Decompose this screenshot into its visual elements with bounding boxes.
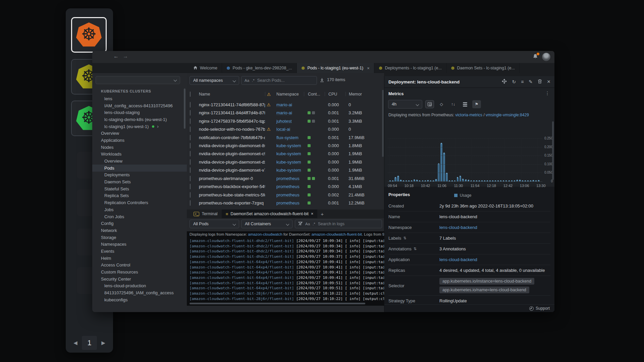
namespace-link[interactable]: juhotest [276,119,292,124]
property-value[interactable]: lens-cloud-backend [439,225,477,230]
row-checkbox[interactable] [187,192,197,197]
namespace-link[interactable]: prometheus [276,184,300,189]
row-checkbox[interactable] [187,176,197,181]
table-row[interactable]: nvidia-device-plugin-daemonset-v7sc6kube… [187,166,383,174]
namespace-link[interactable]: kube-system [276,168,301,173]
regex-icon[interactable]: .* [252,78,255,82]
sidebar-item-custom-resources[interactable]: Custom Resources [92,268,187,276]
log-search-input[interactable]: Aa .* Search in logs [295,220,382,228]
tab-daemon-sets-lc-staging1-e-[interactable]: ☸Daemon Sets - lc-staging1 (e... [446,63,520,73]
sidebar-item-iam-config-access-841310725496[interactable]: IAM_config_access-841310725496 [92,102,187,109]
tab-pods-gke-lens-dev-298208-[interactable]: ☸Pods - gke_lens-dev-298208_... [222,63,297,73]
sidebar-item-helm[interactable]: Helm [92,255,187,262]
sidebar-item-pods[interactable]: Pods [92,165,187,172]
sidebar-item-lc-staging1-eu-west-1-[interactable]: lc-staging1 (eu-west-1)› [92,123,187,130]
support-link[interactable]: Support [536,306,550,311]
sidebar-item-lens[interactable]: lens [92,95,187,102]
sidebar-item-replica-sets[interactable]: Replica Sets [92,192,187,199]
column-header-name[interactable]: Name [197,92,265,97]
namespace-filter-select[interactable]: All namespaces [190,76,239,85]
nav-forward-button[interactable]: → [122,53,129,59]
logs-menu-icon[interactable]: ≡ [521,79,524,84]
page-prev-button[interactable]: ◀ [69,340,82,346]
close-icon[interactable]: × [547,78,550,85]
namespace-link[interactable]: kube-system [276,151,301,156]
row-checkbox[interactable] [187,119,197,124]
table-row[interactable]: nvidia-device-plugin-daemonset-dxsxgkube… [187,158,383,166]
sort-icon[interactable]: ⇅ [403,236,406,240]
metrics-source-link1[interactable]: victoria-metrics [455,113,482,117]
sidebar-item-security-center[interactable]: Security Center [92,276,187,283]
row-checkbox[interactable] [187,168,197,173]
sidebar-item-nodes[interactable]: Nodes [92,144,187,151]
refresh-icon[interactable]: ↻ [512,79,516,84]
row-checkbox[interactable] [187,143,197,148]
match-case-icon[interactable]: Aa [245,78,249,82]
namespace-link[interactable]: local-ai [276,127,290,132]
sidebar-item-config[interactable]: Config [92,220,187,227]
tag-icon[interactable]: ◇ [437,100,446,108]
namespace-link[interactable]: mario-ai [276,110,292,115]
namespace-link[interactable]: kube-system [276,160,301,165]
sidebar-item-network[interactable]: Network [92,227,187,234]
nav-back-button[interactable]: ← [112,53,120,59]
sidebar-item-lens-cloud-production[interactable]: lens-cloud-production [92,283,187,290]
metrics-range-select[interactable]: 4h [388,100,422,109]
tab-pods-lc-staging1-eu-west-1-[interactable]: ☸Pods - lc-staging1 (eu-west-1)× [297,63,374,73]
log-container-filter-select[interactable]: All Containers [241,220,292,228]
row-checkbox[interactable] [187,110,197,115]
log-horizontal-scrollbar[interactable] [190,303,365,304]
column-header-memory[interactable]: Memor [345,92,383,96]
dock-tab-terminal[interactable]: >_Terminal [190,209,222,218]
dock-tab-daemonset-amazon-cloudwatch-fl[interactable]: ≡DaemonSet amazon-cloudwatch-fluent-bit× [222,209,318,218]
namespace-link[interactable]: prometheus [276,176,300,181]
sidebar-item-lens-cloud-staging[interactable]: lens-cloud-staging [92,109,187,116]
drawer-scrollbar[interactable] [552,121,554,180]
table-row[interactable]: nvidia-device-plugin-daemonset-c969tkube… [187,150,383,158]
sidebar-scrollbar[interactable] [184,88,185,129]
sidebar-item-storage[interactable]: Storage [92,234,187,241]
namespace-link[interactable]: prometheus [276,200,300,205]
notifications-bell-icon[interactable] [532,53,540,61]
sidebar-item-cron-jobs[interactable]: Cron Jobs [92,213,187,220]
log-pod-filter-select[interactable]: All Pods [190,220,239,228]
page-next-button[interactable]: ▶ [97,340,110,346]
table-row[interactable]: prometheus-node-exporter-7zgxqprometheus… [187,199,383,207]
download-icon[interactable] [320,78,324,84]
sort-updown-icon[interactable]: ↑↓ [449,100,458,108]
log-namespace-link[interactable]: amazon-cloudwatch [248,232,282,236]
sidebar-item-841310725496-iam-config-access[interactable]: 841310725496_IAM_config_access [92,289,187,296]
table-row[interactable]: prometheus-kube-state-metrics-5fd974prom… [187,191,383,199]
row-checkbox[interactable] [187,102,197,107]
tab-welcome[interactable]: Welcome [189,63,222,73]
metrics-source-link2[interactable]: vmsingle-vmsingle:8429 [486,113,529,117]
namespace-link[interactable]: prometheus [276,192,300,197]
table-row[interactable]: nginx-1721304411-74df86f588-87p55⚠mario-… [187,101,383,109]
column-header-warnings[interactable]: ⚠ [265,92,272,96]
property-value[interactable]: lens-cloud-backend [439,257,477,262]
table-row[interactable]: node-selector-with-no-nodes-767b9d68⚠loc… [187,125,383,133]
match-case-icon[interactable]: Aa [305,222,310,226]
row-checkbox[interactable] [187,135,197,140]
sidebar-top-dropdown[interactable] [96,76,180,84]
column-header-containers[interactable]: Cont... [304,92,325,96]
namespace-link[interactable]: flux-system [276,135,299,140]
row-checkbox[interactable] [187,151,197,156]
namespace-link[interactable]: kube-system [276,143,301,148]
sidebar-item-stateful-sets[interactable]: Stateful Sets [92,185,187,192]
tab-deployments-lc-staging1-e-[interactable]: ☸Deployments - lc-staging1 (e... [374,63,446,73]
sidebar-item-lc-staging-demo-k8s-eu-west-1-[interactable]: lc-staging-demo-k8s (eu-west-1) [92,116,187,123]
cluster-tile-cluster-orange[interactable]: ☸ [71,17,107,53]
pods-search-input[interactable]: Aa .* Search Pods... [241,76,317,85]
row-checkbox[interactable] [187,160,197,165]
cpu-metric-button[interactable] [425,100,434,108]
sidebar-item-workloads[interactable]: Workloads [92,151,187,158]
row-checkbox[interactable] [187,127,197,132]
table-row[interactable]: notification-controller-7bfbfd6479-cbl5r… [187,133,383,141]
filter-off-icon[interactable] [298,222,303,227]
sidebar-item-applications[interactable]: Applications [92,137,187,144]
flag-button[interactable]: ⚑ [472,100,481,108]
namespace-link[interactable]: mario-ai [276,102,292,107]
table-row[interactable]: nvidia-device-plugin-daemonset-8sljckube… [187,141,383,149]
sidebar-item-replication-controllers[interactable]: Replication Controllers [92,199,187,206]
